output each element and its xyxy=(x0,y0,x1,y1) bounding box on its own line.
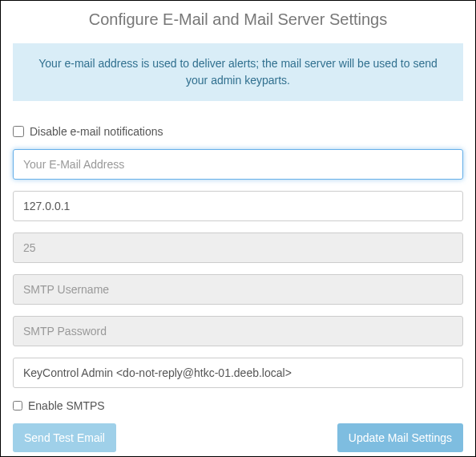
send-test-email-button[interactable]: Send Test Email xyxy=(13,423,116,452)
enable-smtps-checkbox[interactable] xyxy=(13,401,22,410)
page-title: Configure E-Mail and Mail Server Setting… xyxy=(13,10,463,29)
smtp-username-field[interactable] xyxy=(13,274,463,305)
smtp-password-field[interactable] xyxy=(13,316,463,346)
button-row: Send Test Email Update Mail Settings xyxy=(13,423,463,452)
enable-smtps-row: Enable SMTPS xyxy=(13,399,463,412)
disable-notifications-label[interactable]: Disable e-mail notifications xyxy=(30,125,163,138)
info-banner: Your e-mail address is used to deliver a… xyxy=(13,43,463,101)
from-address-field[interactable] xyxy=(13,358,463,388)
mail-server-field[interactable] xyxy=(13,191,463,221)
disable-notifications-row: Disable e-mail notifications xyxy=(13,125,463,138)
email-field[interactable] xyxy=(13,149,463,180)
port-field[interactable] xyxy=(13,233,463,263)
update-mail-settings-button[interactable]: Update Mail Settings xyxy=(337,423,463,452)
enable-smtps-label[interactable]: Enable SMTPS xyxy=(28,399,105,412)
disable-notifications-checkbox[interactable] xyxy=(13,126,24,137)
settings-form: Configure E-Mail and Mail Server Setting… xyxy=(1,1,475,457)
